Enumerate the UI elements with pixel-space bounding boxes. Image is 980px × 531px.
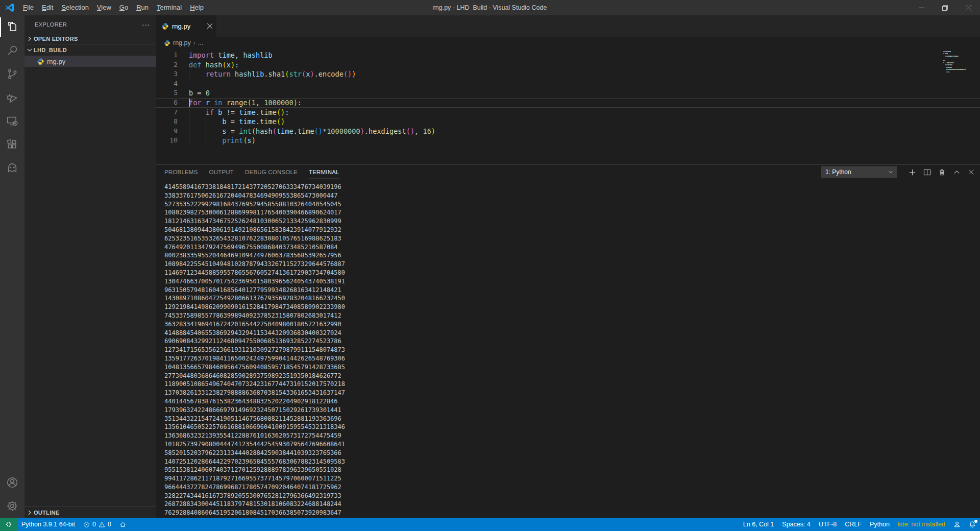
new-terminal-icon[interactable]	[909, 168, 916, 176]
menu-selection[interactable]: Selection	[57, 0, 92, 15]
close-panel-icon[interactable]	[968, 168, 975, 176]
minimap-line	[943, 51, 973, 52]
kite-status[interactable]: kite: not installed	[894, 518, 949, 531]
sidebar-section-folder[interactable]: LHD_BUILD	[24, 44, 156, 56]
warning-count: 0	[108, 521, 111, 528]
minimap-line	[943, 58, 973, 59]
code-line[interactable]: 10 print(s)	[156, 136, 980, 146]
remote-explorer-icon[interactable]	[0, 109, 24, 133]
sidebar-item-rng-py[interactable]: rng.py	[24, 56, 156, 67]
bottom-panel: PROBLEMSOUTPUTDEBUG CONSOLETERMINAL 1: P…	[156, 164, 980, 518]
menu-edit[interactable]: Edit	[38, 0, 57, 15]
terminal-output-line: 1080239827530006128869998117654003904668…	[164, 208, 980, 217]
panel-tab-terminal[interactable]: TERMINAL	[309, 165, 339, 179]
menu-view[interactable]: View	[93, 0, 115, 15]
line-number: 3	[156, 69, 178, 79]
chevron-down-icon	[26, 46, 34, 54]
minimize-button[interactable]	[910, 0, 933, 15]
terminal-output[interactable]: 4145589416733818481721437720527063334767…	[156, 179, 980, 518]
code-line[interactable]: 3 return hashlib.sha1(str(x).encode())	[156, 69, 980, 79]
sidebar-section-outline[interactable]: OUTLINE	[24, 506, 156, 518]
terminal-output-line: 1430897108604725492806613767935692832048…	[164, 294, 980, 303]
terminal-output-line: 1273417156535623661931210309272798799111…	[164, 346, 980, 354]
close-tab-icon[interactable]	[207, 23, 212, 29]
kite-icon[interactable]	[0, 156, 24, 180]
restore-button[interactable]	[933, 0, 957, 15]
panel-tab-problems[interactable]: PROBLEMS	[164, 165, 198, 179]
minimap-line	[943, 67, 973, 68]
code-line[interactable]: 5b = 0	[156, 88, 980, 98]
code-text: for r in range(1, 1000000):	[189, 98, 980, 108]
minimap-line	[943, 56, 973, 57]
breadcrumb-separator-icon: ›	[193, 39, 195, 46]
extensions-icon[interactable]	[0, 133, 24, 156]
terminal-output-line: 1359177263701984116500242497599041442626…	[164, 354, 980, 363]
home-icon	[119, 521, 126, 528]
indentation-status[interactable]: Spaces: 4	[778, 518, 815, 531]
terminal-output-line: 3513443221547241905114675680882114528811…	[164, 415, 980, 423]
eol-status[interactable]: CRLF	[841, 518, 866, 531]
explorer-icon[interactable]	[0, 15, 24, 39]
window-controls	[910, 0, 980, 15]
terminal-output-line: 9941172862117187927166955737714579706000…	[164, 474, 980, 483]
menu-go[interactable]: Go	[115, 0, 132, 15]
line-number: 4	[156, 79, 178, 89]
menu-run[interactable]: Run	[132, 0, 153, 15]
terminal-output-line: 6253235165353265432810762283080105765169…	[164, 234, 980, 243]
problems-status[interactable]: 0 0	[79, 518, 115, 531]
menu-terminal[interactable]: Terminal	[153, 0, 186, 15]
terminal-output-line: 1304746637005701754236950158039656240543…	[164, 277, 980, 286]
status-bar: Python 3.9.1 64-bit 0 0 Ln 6, Col 1 Spac…	[0, 518, 980, 531]
activity-bar	[0, 15, 24, 518]
code-editor[interactable]: 1import time, hashlib2def hash(x):3 retu…	[156, 49, 980, 164]
feedback-status-item[interactable]	[949, 518, 965, 531]
code-line[interactable]: 7 if b != time.time():	[156, 108, 980, 117]
tab-rng-py[interactable]: rng.py	[156, 15, 216, 37]
encoding-status[interactable]: UTF-8	[815, 518, 841, 531]
language-mode-status[interactable]: Python	[866, 518, 894, 531]
code-line[interactable]: 8 b = time.time()	[156, 117, 980, 127]
minimap-line	[943, 60, 973, 61]
account-icon[interactable]	[0, 471, 24, 494]
close-window-button[interactable]	[957, 0, 980, 15]
warning-icon	[99, 521, 105, 528]
cursor-position-status[interactable]: Ln 6, Col 1	[739, 518, 778, 531]
menu-file[interactable]: File	[19, 0, 38, 15]
terminal-output-line: 2687288343004451183797481530181060832246…	[164, 500, 980, 509]
breadcrumb-symbol[interactable]: ...	[198, 39, 203, 46]
terminal-output-line: 2773044803686460828590289375989235193501…	[164, 372, 980, 380]
remote-indicator[interactable]	[0, 518, 17, 531]
code-line[interactable]: 4	[156, 79, 980, 89]
kill-terminal-icon[interactable]	[938, 168, 946, 176]
panel-tab-output[interactable]: OUTPUT	[209, 165, 234, 179]
terminal-output-line: 1356104650522576616881066960410091595545…	[164, 423, 980, 431]
code-line[interactable]: 2def hash(x):	[156, 60, 980, 70]
code-line[interactable]: 1import time, hashlib	[156, 51, 980, 60]
more-actions-icon[interactable]: ···	[140, 20, 152, 29]
terminal-output-line: 7453375898557786399894092378523158078026…	[164, 311, 980, 320]
breadcrumb-file[interactable]: rng.py	[173, 39, 191, 46]
code-text: if b != time.time():	[189, 108, 980, 117]
split-terminal-icon[interactable]	[923, 168, 931, 176]
terminal-select[interactable]: 1: Python	[821, 166, 897, 178]
language-label: Python	[870, 521, 890, 528]
home-status-item[interactable]	[115, 518, 130, 531]
code-text: import time, hashlib	[189, 51, 980, 60]
settings-gear-icon[interactable]	[0, 494, 24, 518]
code-text	[189, 79, 980, 89]
maximize-panel-icon[interactable]	[953, 168, 961, 176]
run-and-debug-icon[interactable]	[0, 86, 24, 109]
source-control-icon[interactable]	[0, 62, 24, 86]
breadcrumb[interactable]: rng.py › ...	[156, 37, 980, 49]
panel-tab-debug-console[interactable]: DEBUG CONSOLE	[245, 165, 298, 179]
terminal-output-line: 9551538124060740371270125928889783963396…	[164, 466, 980, 474]
search-icon[interactable]	[0, 39, 24, 62]
code-line[interactable]: 9 s = int(hash(time.time()*10000000).hex…	[156, 127, 980, 136]
minimap[interactable]	[943, 51, 973, 74]
python-interpreter-status[interactable]: Python 3.9.1 64-bit	[17, 518, 79, 531]
sidebar-section-open-editors[interactable]: OPEN EDITORS	[24, 33, 156, 44]
menu-help[interactable]: Help	[186, 0, 208, 15]
notifications-status-item[interactable]	[965, 518, 980, 531]
code-line[interactable]: 6for r in range(1, 1000000):	[156, 98, 980, 108]
minimap-line	[943, 64, 973, 65]
